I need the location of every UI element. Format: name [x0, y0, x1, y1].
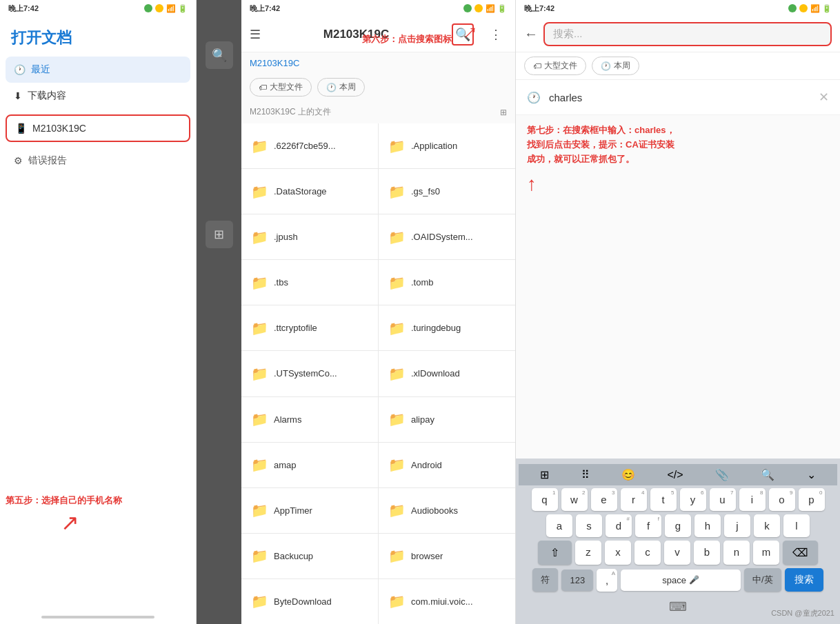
back-button[interactable]: ← [524, 26, 538, 42]
error-label: 错误报告 [28, 154, 67, 167]
key-g[interactable]: g [665, 514, 691, 537]
key-i[interactable]: 8i [739, 488, 766, 511]
file-item[interactable]: 📁 AppTimer [241, 488, 378, 533]
key-y[interactable]: 6y [680, 488, 706, 511]
key-z[interactable]: z [575, 541, 601, 565]
file-name-6: .tbs [274, 277, 288, 288]
file-item[interactable]: 📁 .jpush [241, 214, 378, 259]
search-history-item[interactable]: 🕐 charles ✕ [516, 80, 840, 115]
menu-icon[interactable]: ☰ [250, 27, 261, 42]
file-item[interactable]: 📁 .tbs [241, 260, 378, 305]
key-q[interactable]: 1q [532, 488, 558, 511]
key-r[interactable]: 4r [621, 488, 647, 511]
grid-view-icon[interactable]: ⊞ [500, 108, 507, 117]
key-n[interactable]: n [723, 541, 750, 565]
folder-icon-10: 📁 [251, 365, 268, 382]
breadcrumb-link[interactable]: M2103K19C [250, 58, 299, 68]
history-icon: 🕐 [527, 91, 541, 104]
file-item[interactable]: 📁 Backucup [241, 534, 378, 578]
key-v[interactable]: v [664, 541, 690, 565]
key-o[interactable]: 9o [769, 488, 795, 511]
file-item[interactable]: 📁 com.miui.voic... [379, 579, 515, 624]
key-d[interactable]: #d [606, 514, 632, 537]
search-box[interactable]: 搜索... [543, 22, 832, 46]
panel-search: 晚上7:42 📶 🔋 ← 搜索... 🏷 大型文件 🕐 本周 🕐 charles… [516, 0, 840, 624]
file-item[interactable]: 📁 alipay [379, 397, 515, 442]
kb-dots-icon[interactable]: ⠿ [581, 468, 590, 481]
tag-this-week[interactable]: 🕐 本周 [317, 78, 365, 97]
file-item[interactable]: 📁 .6226f7cbe59... [241, 123, 378, 168]
file-item[interactable]: 📁 .turingdebug [379, 305, 515, 350]
key-b[interactable]: b [694, 541, 720, 565]
panel2-icon-search[interactable]: 🔍 [206, 41, 233, 69]
key-comma[interactable]: A, [597, 569, 617, 592]
key-u[interactable]: 7u [710, 488, 736, 511]
file-item[interactable]: 📁 .OAIDSystem... [379, 214, 515, 259]
file-item[interactable]: 📁 Audiobooks [379, 488, 515, 533]
key-l[interactable]: l [783, 514, 810, 537]
key-w[interactable]: 2w [561, 488, 588, 511]
file-item[interactable]: 📁 browser [379, 534, 515, 578]
key-c[interactable]: c [634, 541, 661, 565]
key-char[interactable]: 符 [532, 568, 558, 592]
file-item[interactable]: 📁 .gs_fs0 [379, 169, 515, 214]
key-123[interactable]: 123 [561, 570, 593, 591]
kb-code-icon[interactable]: </> [667, 469, 683, 481]
kb-emoji-icon[interactable]: 😊 [621, 468, 635, 481]
battery-icon-3: 📶 🔋 [486, 4, 507, 13]
key-t[interactable]: 5t [650, 488, 677, 511]
file-item[interactable]: 📁 amap [241, 443, 378, 487]
key-e[interactable]: 3e [591, 488, 617, 511]
keyboard-toolbar: ⊞ ⠿ 😊 </> 📎 🔍 ⌄ [519, 464, 837, 485]
keyboard-hide-icon[interactable]: ⌨ [669, 599, 687, 614]
device-name: M2103K19C [32, 123, 86, 134]
key-delete[interactable]: ⌫ [783, 541, 818, 565]
file-item[interactable]: 📁 .DataStorage [241, 169, 378, 214]
tag-icon-week-4: 🕐 [601, 61, 611, 71]
key-h[interactable]: h [694, 514, 721, 537]
file-item[interactable]: 📁 .xlDownload [379, 351, 515, 396]
kb-clipboard-icon[interactable]: 📎 [715, 468, 729, 481]
tag-large-4[interactable]: 🏷 大型文件 [524, 57, 586, 75]
device-item[interactable]: 📱 M2103K19C [6, 114, 190, 142]
kb-grid-icon[interactable]: ⊞ [540, 468, 549, 481]
file-item[interactable]: 📁 Alarms [241, 397, 378, 442]
key-shift[interactable]: ⇧ [538, 541, 572, 565]
file-item[interactable]: 📁 .tomb [379, 260, 515, 305]
search-header: ← 搜索... [516, 17, 840, 52]
key-space[interactable]: space 🎤 [621, 570, 741, 591]
folder-icon-1: 📁 [388, 138, 406, 154]
key-lang[interactable]: 中/英 [744, 568, 781, 592]
file-item[interactable]: 📁 Android [379, 443, 515, 487]
nav-recent-label: 最近 [31, 63, 50, 76]
tag-large-files[interactable]: 🏷 大型文件 [250, 78, 312, 97]
file-item[interactable]: 📁 .Application [379, 123, 515, 168]
file-item[interactable]: 📁 .UTSystemCo... [241, 351, 378, 396]
key-x[interactable]: x [605, 541, 631, 565]
file-grid: 📁 .6226f7cbe59... 📁 .Application 📁 .Data… [241, 123, 515, 624]
key-j[interactable]: j [724, 514, 750, 537]
kb-collapse-icon[interactable]: ⌄ [807, 468, 816, 481]
more-button[interactable]: ⋮ [485, 23, 507, 46]
tag-large-label-4: 大型文件 [544, 60, 577, 72]
key-s[interactable]: s [576, 514, 602, 537]
key-f[interactable]: ff [635, 514, 661, 537]
kb-search-icon[interactable]: 🔍 [761, 468, 774, 481]
file-name-14: amap [274, 460, 297, 470]
panel2-icon-grid[interactable]: ⊞ [206, 221, 233, 248]
arrow-up-7: ↑ [527, 169, 829, 200]
key-k[interactable]: k [754, 514, 780, 537]
nav-recent[interactable]: 🕐 最近 [6, 57, 190, 83]
key-search[interactable]: 搜索 [785, 568, 823, 592]
file-item[interactable]: 📁 .ttcryptofile [241, 305, 378, 350]
file-item[interactable]: 📁 ByteDownload [241, 579, 378, 624]
error-report[interactable]: ⚙ 错误报告 [0, 148, 196, 174]
key-p[interactable]: 0p [799, 488, 825, 511]
key-m[interactable]: m [753, 541, 779, 565]
key-a[interactable]: a [546, 514, 572, 537]
close-history-button[interactable]: ✕ [819, 90, 829, 105]
arrow-up-5: ↗ [61, 510, 190, 536]
watermark: CSDN @童虎2021 [771, 608, 834, 618]
tag-week-4[interactable]: 🕐 本周 [592, 57, 639, 75]
nav-download[interactable]: ⬇ 下载内容 [0, 83, 196, 109]
